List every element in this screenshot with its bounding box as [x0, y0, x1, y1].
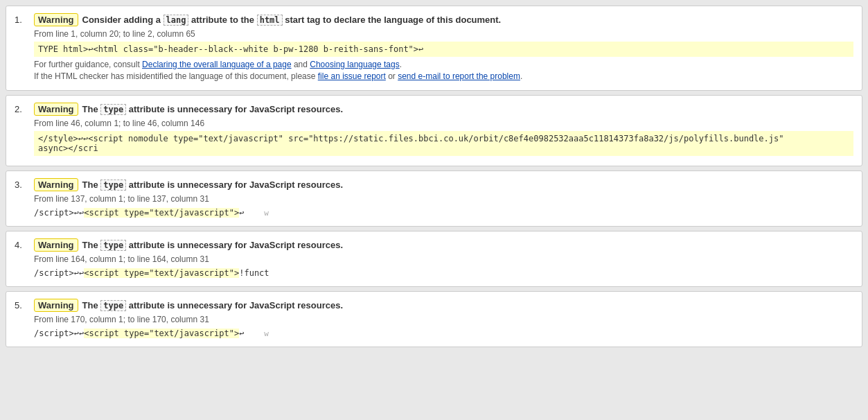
w-marker-3: w: [264, 209, 269, 218]
item-title-text-3: The type attribute is unnecessary for Ja…: [82, 180, 344, 191]
code-highlighted-4: <script type="text/javascript">: [84, 268, 239, 278]
link-file-issue[interactable]: file an issue report: [318, 71, 386, 81]
code-block-2: </style>↩↩<script nomodule type="text/ja…: [34, 131, 853, 156]
item-title-text-4: The type attribute is unnecessary for Ja…: [82, 240, 344, 251]
code-highlighted-3: <script type="text/javascript">: [84, 208, 239, 218]
warning-badge-2: Warning: [34, 103, 78, 116]
code-line-3: /script>↩↩<script type="text/javascript"…: [34, 207, 853, 219]
code-after-5: ↩: [239, 329, 244, 338]
item-title-2: Warning The type attribute is unnecessar…: [34, 103, 853, 116]
code-block-1: TYPE html>↩<html class="b-header--black-…: [34, 42, 853, 57]
warning-item-5: 5. Warning The type attribute is unneces…: [6, 291, 862, 347]
item-title-3: Warning The type attribute is unnecessar…: [34, 178, 853, 191]
location-3: From line 137, column 1; to line 137, co…: [34, 194, 853, 204]
location-4: From line 164, column 1; to line 164, co…: [34, 254, 853, 264]
item-content-5: Warning The type attribute is unnecessar…: [34, 299, 853, 340]
guidance-extra-1: If the HTML checker has misidentified th…: [34, 71, 853, 81]
item-title-text-1: Consider adding a lang attribute to the …: [82, 15, 502, 26]
type-code-5: type: [100, 300, 126, 311]
guidance-1: For further guidance, consult Declaring …: [34, 60, 853, 69]
link-send-email[interactable]: send e-mail to report the problem: [398, 71, 520, 81]
warning-list: 1. Warning Consider adding a lang attrib…: [6, 6, 862, 347]
item-title-1: Warning Consider adding a lang attribute…: [34, 13, 853, 26]
item-content-1: Warning Consider adding a lang attribute…: [34, 13, 853, 83]
item-title-text-5: The type attribute is unnecessary for Ja…: [82, 300, 344, 311]
item-content-2: Warning The type attribute is unnecessar…: [34, 103, 853, 159]
html-code: html: [257, 15, 283, 26]
location-1: From line 1, column 20; to line 2, colum…: [34, 29, 853, 39]
warning-badge-3: Warning: [34, 178, 78, 191]
item-content-4: Warning The type attribute is unnecessar…: [34, 238, 853, 279]
code-before-3: /script>↩↩: [34, 208, 84, 218]
location-5: From line 170, column 1; to line 170, co…: [34, 315, 853, 324]
link-choosing-language-tags[interactable]: Choosing language tags: [310, 60, 399, 69]
item-title-5: Warning The type attribute is unnecessar…: [34, 299, 853, 312]
code-line-5: /script>↩↩<script type="text/javascript"…: [34, 327, 853, 340]
code-before-4: /script>↩↩: [34, 268, 84, 278]
code-line-4: /script>↩↩<script type="text/javascript"…: [34, 267, 853, 279]
item-number-4: 4.: [15, 238, 27, 250]
item-number-1: 1.: [15, 13, 27, 25]
link-declaring-language[interactable]: Declaring the overall language of a page: [142, 60, 291, 69]
code-after-3: ↩: [239, 208, 244, 218]
item-title-4: Warning The type attribute is unnecessar…: [34, 238, 853, 252]
warning-item-3: 3. Warning The type attribute is unneces…: [6, 170, 862, 227]
code-highlighted-5: <script type="text/javascript">: [84, 329, 239, 338]
code-after-4: !funct: [239, 268, 269, 278]
item-number-5: 5.: [15, 299, 27, 310]
warning-item-1: 1. Warning Consider adding a lang attrib…: [6, 6, 862, 91]
warning-item-4: 4. Warning The type attribute is unneces…: [6, 231, 862, 287]
item-number-3: 3.: [15, 178, 27, 190]
location-2: From line 46, column 1; to line 46, colu…: [34, 119, 853, 128]
type-code-2: type: [100, 104, 126, 115]
warning-badge-5: Warning: [34, 299, 78, 312]
w-marker-5: w: [264, 329, 269, 338]
warning-item-2: 2. Warning The type attribute is unneces…: [6, 95, 862, 166]
warning-badge-4: Warning: [34, 238, 78, 252]
item-number-2: 2.: [15, 103, 27, 114]
item-content-3: Warning The type attribute is unnecessar…: [34, 178, 853, 219]
code-before-5: /script>↩↩: [34, 329, 84, 338]
type-code-3: type: [100, 180, 126, 191]
item-title-text-2: The type attribute is unnecessary for Ja…: [82, 104, 344, 115]
type-code-4: type: [100, 240, 126, 251]
warning-badge-1: Warning: [34, 13, 78, 26]
lang-code: lang: [163, 15, 189, 26]
